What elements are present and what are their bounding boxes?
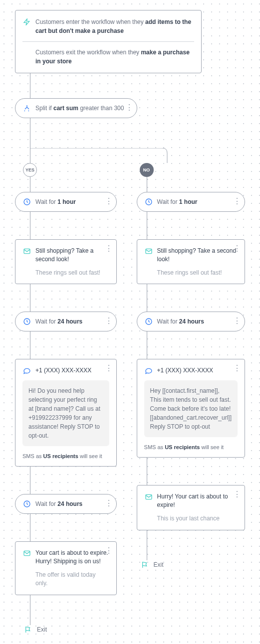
split-icon <box>22 104 31 113</box>
entry-exit-card[interactable]: Customers enter the workflow when they a… <box>15 10 202 73</box>
sms-icon <box>144 366 153 375</box>
mail-icon <box>22 247 31 256</box>
more-icon[interactable]: ⋮ <box>233 317 241 325</box>
wait-node-yes-1[interactable]: Wait for 1 hour ⋮ <box>15 192 117 212</box>
sms-node-yes[interactable]: ⋮ +1 (XXX) XXX-XXXX Hi! Do you need help… <box>15 359 117 467</box>
wait-node-no-2[interactable]: Wait for 24 hours ⋮ <box>137 312 245 331</box>
clock-icon <box>22 317 31 326</box>
email-node-no-2[interactable]: ⋮ Hurry! Your cart is about to expire! T… <box>137 485 245 530</box>
mail-icon <box>144 492 153 501</box>
wait-node-yes-2[interactable]: Wait for 24 hours ⋮ <box>15 312 117 331</box>
entry-text: Customers enter the workflow when they a… <box>35 17 194 35</box>
sms-preview: Hi! Do you need help selecting your perf… <box>22 380 109 446</box>
flag-icon <box>24 625 33 634</box>
more-icon[interactable]: ⋮ <box>233 197 241 205</box>
clock-icon <box>144 317 153 326</box>
email-node-yes-1[interactable]: ⋮ Still shopping? Take a second look! Th… <box>15 239 117 284</box>
more-icon[interactable]: ⋮ <box>233 364 241 372</box>
email-node-yes-2[interactable]: ⋮ Your cart is about to expire. Hurry! S… <box>15 541 117 595</box>
exit-text: Customers exit the workflow when they ma… <box>35 48 194 66</box>
sms-node-no[interactable]: ⋮ +1 (XXX) XXX-XXXX Hey [[contact.first_… <box>137 359 245 458</box>
sms-preview: Hey [[contact.first_name]], This item te… <box>144 380 238 437</box>
exit-node-no: Exit <box>141 560 245 569</box>
bolt-icon <box>22 17 31 26</box>
email-node-no-1[interactable]: ⋮ Still shopping? Take a second look! Th… <box>137 239 245 284</box>
no-badge: NO <box>140 163 154 177</box>
more-icon[interactable]: ⋮ <box>233 245 241 253</box>
more-icon[interactable]: ⋮ <box>105 317 112 325</box>
yes-badge: YES <box>23 163 37 177</box>
more-icon[interactable]: ⋮ <box>105 547 112 555</box>
more-icon[interactable]: ⋮ <box>233 490 241 498</box>
more-icon[interactable]: ⋮ <box>105 245 112 253</box>
wait-node-yes-3[interactable]: Wait for 24 hours ⋮ <box>15 494 117 514</box>
mail-icon <box>22 549 31 558</box>
clock-icon <box>22 197 31 206</box>
exit-node-yes: Exit <box>24 625 117 634</box>
mail-icon <box>144 247 153 256</box>
more-icon[interactable]: ⋮ <box>105 197 112 205</box>
more-icon[interactable]: ⋮ <box>125 104 133 112</box>
flag-icon <box>141 560 150 569</box>
sms-icon <box>22 366 31 375</box>
clock-icon <box>144 197 153 206</box>
split-node[interactable]: Split if cart sum greater than 300 ⋮ <box>15 98 137 118</box>
more-icon[interactable]: ⋮ <box>105 499 112 507</box>
split-label: Split if cart sum greater than 300 <box>35 104 124 113</box>
clock-icon <box>22 499 31 508</box>
wait-node-no-1[interactable]: Wait for 1 hour ⋮ <box>137 192 245 212</box>
more-icon[interactable]: ⋮ <box>105 364 112 372</box>
